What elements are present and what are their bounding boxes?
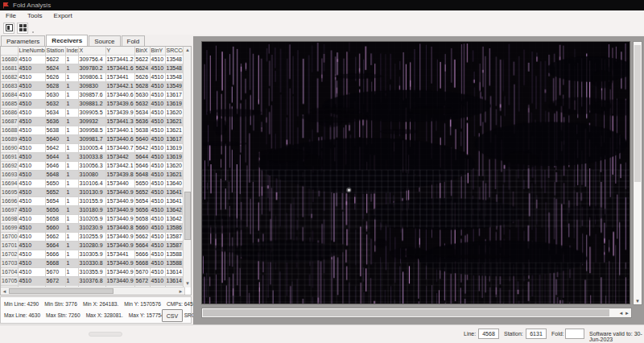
tab-parameters[interactable]: Parameters: [1, 35, 45, 46]
table-row[interactable]: 16692451056461310056.31573442.1564645101…: [1, 162, 184, 171]
table-row[interactable]: 16703451056681310330.81573440.9566845101…: [1, 259, 184, 268]
cell: 4510: [150, 162, 165, 171]
cell: 1: [65, 126, 78, 135]
menu-export[interactable]: Export: [48, 10, 78, 21]
table-row[interactable]: 16704451056701310355.91573440.9567045101…: [1, 268, 184, 277]
cell: 310130.9: [78, 188, 105, 197]
map-vertical-scrollbar[interactable]: ▼: [633, 41, 642, 305]
table-row[interactable]: 16685451056321309881.21573439.6563245101…: [1, 100, 184, 109]
scroll-right-icon[interactable]: ►: [177, 287, 184, 295]
row-number: 16683: [1, 82, 18, 91]
table-vertical-scrollbar[interactable]: ▲ ▼: [183, 47, 191, 287]
cell: 4510: [18, 109, 45, 118]
cell: 1: [65, 180, 78, 188]
cell: 5626: [45, 73, 65, 82]
row-number: 16694: [1, 180, 18, 188]
stat-item: Min X: 264183.: [83, 301, 118, 307]
fold-map-canvas[interactable]: [201, 41, 630, 304]
cell: 5632: [134, 100, 150, 109]
table-row[interactable]: 16682451056261309806.1157344156264510135…: [1, 73, 184, 82]
scroll-down-icon[interactable]: ▼: [184, 280, 192, 287]
cell: 1573441: [105, 250, 134, 259]
menu-file[interactable]: File: [0, 10, 22, 21]
cell: 1: [65, 206, 78, 215]
tab-source[interactable]: Source: [89, 35, 120, 46]
table-row[interactable]: 16699451056601310230.91573440.8566045101…: [1, 224, 184, 233]
station-input[interactable]: [526, 329, 547, 339]
table-row[interactable]: 166834510562813098301573442.156284510135…: [1, 82, 184, 91]
table-vscroll-thumb[interactable]: [184, 192, 191, 240]
cell: 5672: [134, 277, 150, 286]
cell: 4510: [18, 233, 45, 242]
cell: 4510: [18, 268, 45, 277]
table-row[interactable]: 16688451056381309958.51573440.1563845101…: [1, 126, 184, 135]
column-header-station[interactable]: Station: [45, 47, 65, 56]
table-row[interactable]: 16695451056521310130.91573440.9565245101…: [1, 188, 184, 197]
cell: 5630: [134, 91, 150, 100]
column-header-y[interactable]: Y: [105, 47, 134, 56]
map-horizontal-scrollbar[interactable]: ◄ ►: [201, 308, 632, 318]
scroll-left-icon[interactable]: ◄: [1, 287, 8, 295]
table-horizontal-scrollbar[interactable]: ◄ ►: [1, 287, 184, 295]
cell: 5660: [134, 224, 150, 233]
column-header-x[interactable]: X: [78, 47, 105, 56]
scroll-up-icon[interactable]: ▲: [184, 47, 192, 54]
stats-row-min: Min Line: 4290Min Stn: 3776Min X: 264183…: [4, 301, 204, 307]
fold-input[interactable]: [565, 329, 584, 339]
toolbar-grip: [32, 31, 34, 33]
row-number: 16689: [1, 135, 18, 144]
tab-receivers[interactable]: Receivers: [46, 35, 88, 46]
table-row[interactable]: 16701451056641310280.91573440.9566445101…: [1, 242, 184, 250]
map-hscroll-arrows-icon[interactable]: ◄ ►: [618, 308, 630, 318]
column-header-linenumber[interactable]: LineNumber: [18, 47, 45, 56]
table-row[interactable]: 16697451056561310180.91573440.9565645101…: [1, 206, 184, 215]
table-row[interactable]: 16684451056301309857.61573440.6563045101…: [1, 91, 184, 100]
table-hscroll-thumb[interactable]: [9, 288, 114, 294]
table-row[interactable]: 16680451056221309756.41573441.2562245101…: [1, 56, 184, 64]
map-vscroll-thumb[interactable]: [634, 45, 641, 182]
row-header-column[interactable]: [1, 47, 18, 56]
menu-tools[interactable]: Tools: [22, 10, 48, 21]
single-view-button[interactable]: [3, 23, 14, 34]
window-icon: [6, 24, 13, 31]
line-input[interactable]: [478, 329, 499, 339]
table-row[interactable]: 16689451056401309981.71573440.6564045101…: [1, 135, 184, 144]
table-row[interactable]: 16702451056661310305.9157344156664510135…: [1, 250, 184, 259]
cell: 4510: [18, 188, 45, 197]
column-header-binx[interactable]: BinX: [134, 47, 150, 56]
table-row[interactable]: 166874510563613099321573441.356364510136…: [1, 118, 184, 126]
cell: 5648: [45, 171, 65, 180]
csv-export-button[interactable]: CSV: [162, 309, 183, 322]
title-bar: Fold Analysis: [0, 0, 644, 10]
table-row[interactable]: 16696451056541310155.91573440.9565445101…: [1, 197, 184, 206]
cell: 1: [65, 118, 78, 126]
toolbar: [0, 21, 644, 35]
table-row[interactable]: 16691451056441310033.8157344256444510136…: [1, 153, 184, 162]
cell: 310280.9: [78, 242, 105, 250]
cell: 1: [65, 144, 78, 153]
table-row[interactable]: 16690451056421310005.41573440.7564245101…: [1, 144, 184, 153]
table-row[interactable]: 16681451056241309780.21573441.6562445101…: [1, 64, 184, 73]
cell: 1573439.6: [105, 100, 134, 109]
table-row[interactable]: 16698451056581310205.91573440.9565845101…: [1, 215, 184, 224]
grid-view-button[interactable]: [17, 23, 28, 34]
column-header-index[interactable]: Index: [65, 47, 78, 56]
map-hscroll-thumb[interactable]: [203, 309, 609, 316]
table-row[interactable]: 16686451056341309905.51573439.9563445101…: [1, 109, 184, 118]
cell: 5634: [134, 109, 150, 118]
map-vscroll-arrows-icon[interactable]: ▼: [634, 299, 642, 304]
cell: 5624: [45, 64, 65, 73]
table-row[interactable]: 16705451056721310376.81573440.9567245101…: [1, 277, 184, 286]
column-header-srccount[interactable]: SRCCount: [165, 47, 184, 56]
cell: 5644: [134, 153, 150, 162]
column-header-biny[interactable]: BinY: [150, 47, 165, 56]
cell: 1: [65, 82, 78, 91]
table-row[interactable]: 166934510564813100801573439.856484510136…: [1, 171, 184, 180]
cell: 4510: [18, 206, 45, 215]
table-row[interactable]: 16700451056621310255.91573440.9566245101…: [1, 233, 184, 242]
cell: 1: [65, 109, 78, 118]
table-row[interactable]: 16694451056501310106.4157344056504510136…: [1, 180, 184, 188]
tab-fold[interactable]: Fold: [122, 35, 146, 46]
row-number: 16697: [1, 206, 18, 215]
cell: 310056.3: [78, 162, 105, 171]
